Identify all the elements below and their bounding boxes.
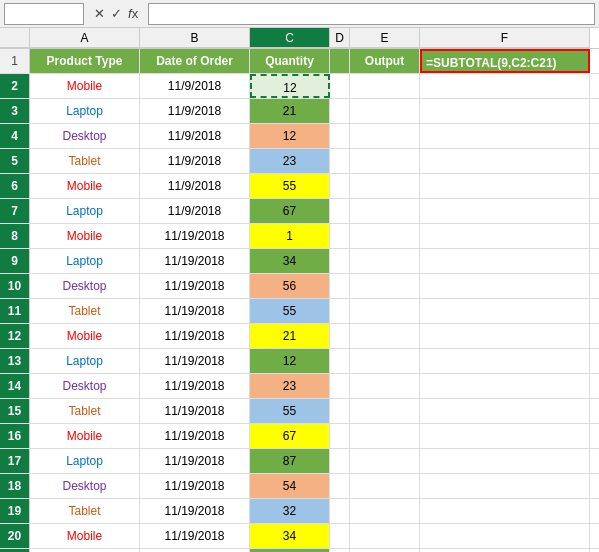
cell-formula[interactable]: [420, 224, 590, 248]
cell-date[interactable]: 11/19/2018: [140, 499, 250, 523]
cell-formula[interactable]: [420, 399, 590, 423]
cell-date[interactable]: 11/19/2018: [140, 474, 250, 498]
cell-quantity[interactable]: 1: [250, 224, 330, 248]
cell-output-label[interactable]: [350, 349, 420, 373]
cell-d[interactable]: [330, 149, 350, 173]
cell-product-type[interactable]: Mobile: [30, 174, 140, 198]
cell-quantity[interactable]: 12: [250, 349, 330, 373]
cell-formula[interactable]: [420, 149, 590, 173]
cell-date[interactable]: 11/19/2018: [140, 274, 250, 298]
cell-date[interactable]: 11/19/2018: [140, 324, 250, 348]
cell-d[interactable]: [330, 249, 350, 273]
cell-formula[interactable]: [420, 124, 590, 148]
cell-product-type[interactable]: Tablet: [30, 299, 140, 323]
cell-formula[interactable]: [420, 249, 590, 273]
cell-d[interactable]: [330, 299, 350, 323]
cell-output-label[interactable]: [350, 449, 420, 473]
cell-d[interactable]: [330, 124, 350, 148]
cell-output-label[interactable]: [350, 149, 420, 173]
cell-output-label[interactable]: [350, 199, 420, 223]
cell-date[interactable]: 11/9/2018: [140, 74, 250, 98]
name-box[interactable]: [4, 3, 84, 25]
cell-quantity[interactable]: 67: [250, 199, 330, 223]
cell-d[interactable]: [330, 99, 350, 123]
cell-output-label[interactable]: [350, 524, 420, 548]
cell-date[interactable]: 11/9/2018: [140, 149, 250, 173]
cell-product-type[interactable]: Tablet: [30, 399, 140, 423]
cell-output-label[interactable]: [350, 424, 420, 448]
cell-quantity[interactable]: 67: [250, 424, 330, 448]
cell-product-type[interactable]: Desktop: [30, 374, 140, 398]
cell-formula[interactable]: [420, 499, 590, 523]
cell-output-label[interactable]: [350, 399, 420, 423]
cell-formula[interactable]: [420, 424, 590, 448]
cell-quantity[interactable]: 21: [250, 99, 330, 123]
cell-d[interactable]: [330, 49, 350, 73]
cell-quantity[interactable]: 34: [250, 249, 330, 273]
cell-product-type[interactable]: Laptop: [30, 349, 140, 373]
cell-quantity[interactable]: 32: [250, 499, 330, 523]
cell-formula[interactable]: [420, 524, 590, 548]
cell-output-label[interactable]: Output: [350, 49, 420, 73]
cell-quantity[interactable]: 55: [250, 174, 330, 198]
cell-formula[interactable]: [420, 474, 590, 498]
cell-product-type[interactable]: Mobile: [30, 524, 140, 548]
cell-formula[interactable]: [420, 299, 590, 323]
col-header-B[interactable]: B: [140, 28, 250, 48]
cell-date[interactable]: 11/19/2018: [140, 374, 250, 398]
cell-product-type[interactable]: Tablet: [30, 149, 140, 173]
cell-product-type[interactable]: Mobile: [30, 74, 140, 98]
cell-output-label[interactable]: [350, 99, 420, 123]
col-header-D[interactable]: D: [330, 28, 350, 48]
cell-date[interactable]: 11/9/2018: [140, 199, 250, 223]
cell-quantity[interactable]: 34: [250, 524, 330, 548]
cell-quantity[interactable]: 55: [250, 299, 330, 323]
cell-d[interactable]: [330, 74, 350, 98]
cell-date[interactable]: 11/19/2018: [140, 399, 250, 423]
cell-quantity[interactable]: 21: [250, 324, 330, 348]
cell-product-type[interactable]: Tablet: [30, 499, 140, 523]
cell-quantity[interactable]: 12: [250, 74, 330, 98]
cell-output-label[interactable]: [350, 474, 420, 498]
cell-output-label[interactable]: [350, 174, 420, 198]
cell-quantity[interactable]: 56: [250, 274, 330, 298]
cell-output-label[interactable]: [350, 299, 420, 323]
cell-output-label[interactable]: [350, 249, 420, 273]
cell-d[interactable]: [330, 324, 350, 348]
col-header-A[interactable]: A: [30, 28, 140, 48]
cell-d[interactable]: [330, 224, 350, 248]
cell-d[interactable]: [330, 449, 350, 473]
cell-date[interactable]: 11/9/2018: [140, 124, 250, 148]
cell-quantity[interactable]: 23: [250, 149, 330, 173]
cell-output-label[interactable]: [350, 224, 420, 248]
cell-formula[interactable]: [420, 374, 590, 398]
cell-date[interactable]: 11/19/2018: [140, 524, 250, 548]
cell-date[interactable]: 11/19/2018: [140, 224, 250, 248]
cell-product-type[interactable]: Mobile: [30, 224, 140, 248]
cell-d[interactable]: [330, 274, 350, 298]
cell-d[interactable]: [330, 474, 350, 498]
cell-formula[interactable]: [420, 199, 590, 223]
cell-date[interactable]: 11/19/2018: [140, 424, 250, 448]
cell-quantity[interactable]: 12: [250, 124, 330, 148]
cell-product-type[interactable]: Laptop: [30, 199, 140, 223]
cell-output-label[interactable]: [350, 74, 420, 98]
cell-formula[interactable]: [420, 274, 590, 298]
cell-d[interactable]: [330, 499, 350, 523]
cell-formula[interactable]: [420, 174, 590, 198]
cell-d[interactable]: [330, 424, 350, 448]
cell-formula[interactable]: [420, 99, 590, 123]
cell-formula[interactable]: [420, 74, 590, 98]
cancel-icon[interactable]: ✕: [92, 6, 107, 21]
cell-date[interactable]: 11/9/2018: [140, 99, 250, 123]
cell-product-type[interactable]: Mobile: [30, 324, 140, 348]
cell-product-type[interactable]: Product Type: [30, 49, 140, 73]
cell-product-type[interactable]: Laptop: [30, 449, 140, 473]
cell-formula[interactable]: =SUBTOTAL(9,C2:C21): [420, 49, 590, 73]
cell-quantity[interactable]: 87: [250, 449, 330, 473]
cell-date[interactable]: 11/9/2018: [140, 174, 250, 198]
cell-formula[interactable]: [420, 324, 590, 348]
cell-date[interactable]: 11/19/2018: [140, 249, 250, 273]
cell-product-type[interactable]: Desktop: [30, 124, 140, 148]
cell-date[interactable]: 11/19/2018: [140, 299, 250, 323]
